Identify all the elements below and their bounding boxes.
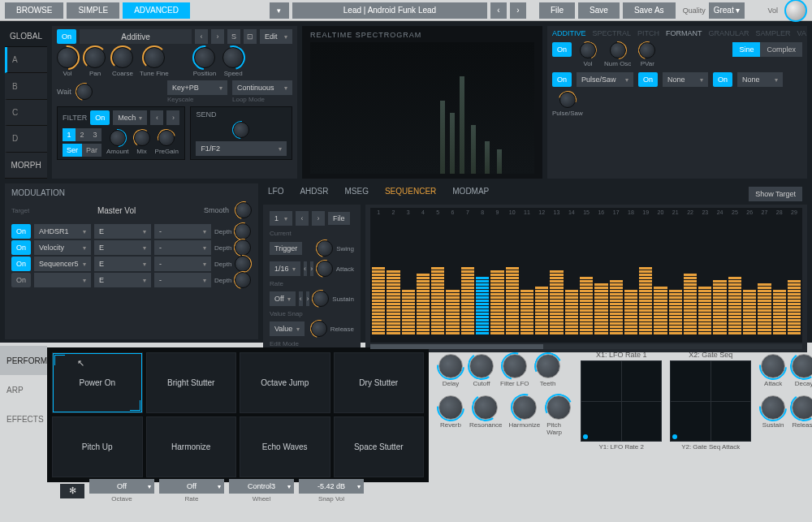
seq-step-7[interactable] (461, 245, 474, 334)
pad-5[interactable]: Harmonize (146, 416, 237, 477)
pad-0[interactable]: Power On↖ (52, 352, 143, 413)
seq-scrollbar[interactable] (370, 344, 802, 349)
layer-b-tab[interactable]: B (5, 73, 47, 99)
seq-step-9[interactable] (490, 245, 503, 334)
seq-step-27[interactable] (758, 245, 771, 334)
tab-effects[interactable]: EFFECTS (0, 404, 47, 434)
eng-vol-knob[interactable]: Vol (580, 42, 596, 67)
editmode-dd[interactable]: Value (270, 321, 304, 336)
seq-step-29[interactable] (788, 245, 801, 334)
filter-on[interactable]: On (90, 110, 110, 125)
seq-step-15[interactable] (580, 245, 593, 334)
eng-numosc-knob[interactable]: Num Osc (604, 42, 631, 67)
seq-step-23[interactable] (698, 245, 711, 334)
tab-modmap[interactable]: MODMAP (452, 187, 489, 201)
seq-num-prev[interactable]: ‹ (296, 211, 309, 226)
seq-step-4[interactable] (417, 245, 430, 334)
mod-target[interactable]: Master Vol (36, 206, 197, 215)
seq-step-6[interactable] (446, 245, 459, 334)
seq-step-14[interactable] (565, 245, 578, 334)
tab-additive[interactable]: ADDITIVE (552, 29, 586, 37)
pknob-Cutoff[interactable]: Cutoff (469, 354, 494, 387)
filter-mix-knob[interactable]: Mix (134, 130, 150, 155)
quality-select[interactable]: Great ▾ (709, 2, 745, 19)
mod-via-1[interactable]: - (154, 240, 211, 255)
pknob-Filter LFO[interactable]: Filter LFO (500, 354, 529, 387)
mod-via-3[interactable]: - (154, 273, 211, 287)
saveas-button[interactable]: Save As (623, 2, 676, 19)
part3-dd[interactable]: None (737, 72, 783, 87)
send-route[interactable]: F1/F2 (196, 141, 287, 156)
tab-arp[interactable]: ARP (0, 375, 47, 404)
seq-num-next[interactable]: › (312, 211, 325, 226)
swing-knob[interactable] (317, 240, 333, 257)
part2-on[interactable]: On (638, 72, 658, 87)
position-knob[interactable]: Position (193, 47, 216, 77)
seq-step-10[interactable] (506, 245, 519, 334)
preset-prev[interactable]: ‹ (490, 2, 507, 19)
seq-step-20[interactable] (654, 245, 667, 334)
tunefine-knob[interactable]: Tune Fine (140, 47, 169, 77)
filter-num-seg[interactable]: 1 2 3 (63, 128, 102, 141)
tab-granular[interactable]: GRANULAR (709, 29, 749, 37)
seq-step-28[interactable] (773, 245, 786, 334)
mod-depth-1[interactable] (235, 239, 251, 256)
seq-step-11[interactable] (520, 245, 533, 334)
tab-ahdsr[interactable]: AHDSR (300, 187, 328, 201)
seq-file[interactable]: File (328, 212, 350, 225)
pad-6[interactable]: Echo Waves (240, 416, 330, 477)
part3-on[interactable]: On (713, 72, 732, 87)
mod-src-3[interactable] (34, 273, 91, 287)
osc-next[interactable]: › (211, 29, 224, 44)
pknob-Sustain[interactable]: Sustain (761, 395, 785, 429)
octave-dd[interactable]: Off (89, 479, 154, 494)
vol-knob[interactable]: Vol (57, 47, 78, 77)
seq-step-5[interactable] (431, 245, 444, 334)
osc-solo[interactable]: S (227, 29, 240, 44)
seq-step-8[interactable] (476, 245, 489, 334)
tab-pitch[interactable]: PITCH (637, 29, 659, 37)
show-target-btn[interactable]: Show Target (749, 187, 802, 201)
mod-on-3[interactable]: On (11, 273, 31, 287)
loopmode-dd[interactable]: Continuous (232, 80, 292, 95)
pad-1[interactable]: Bright Stutter (146, 352, 237, 413)
mod-curve-3[interactable]: E (94, 273, 151, 287)
seq-step-1[interactable] (372, 245, 385, 334)
xy2[interactable]: X2: Gate Seq Y2: Gate Seq Attack (670, 351, 751, 522)
pad-3[interactable]: Dry Stutter (334, 352, 425, 413)
preset-name[interactable]: Lead | Android Funk Lead (292, 2, 487, 19)
mod-depth-0[interactable] (235, 223, 251, 239)
mod-depth-3[interactable] (235, 272, 251, 288)
tab-formant[interactable]: FORMANT (666, 29, 702, 37)
coarse-knob[interactable]: Coarse (112, 47, 133, 77)
speed-knob[interactable]: Speed (222, 47, 244, 77)
wave-toggle[interactable]: Sine Complex (732, 42, 802, 57)
seq-step-19[interactable] (639, 245, 652, 334)
pknob-Attack[interactable]: Attack (761, 354, 785, 387)
tab-lfo[interactable]: LFO (268, 187, 283, 201)
wait-knob[interactable] (76, 84, 93, 100)
send-knob[interactable] (233, 122, 249, 138)
master-vol-knob[interactable] (784, 0, 807, 22)
mod-src-2[interactable]: Sequencer5 (34, 257, 91, 271)
smooth-knob[interactable] (235, 202, 252, 218)
preset-next[interactable]: › (510, 2, 526, 19)
xy1[interactable]: X1: LFO Rate 1 Y1: LFO Rate 2 (581, 351, 662, 522)
part1-dd[interactable]: Pulse/Saw (577, 72, 633, 87)
pknob-Resonance[interactable]: Resonance (469, 395, 502, 436)
pknob-Harmonize[interactable]: Harmonize (508, 395, 540, 436)
rate-dd2[interactable]: Off (159, 479, 224, 494)
pknob-Teeth[interactable]: Teeth (536, 354, 560, 387)
layer-a-tab[interactable]: A (5, 47, 47, 73)
mod-on-0[interactable]: On (11, 224, 31, 239)
mod-via-0[interactable]: - (154, 224, 211, 239)
global-tab[interactable]: GLOBAL (5, 26, 47, 47)
filter-next[interactable]: › (166, 110, 179, 125)
mod-on-2[interactable]: On (11, 257, 31, 271)
pknob-Release[interactable]: Release (792, 395, 812, 429)
pknob-Delay[interactable]: Delay (438, 354, 463, 387)
save-button[interactable]: Save (578, 2, 620, 19)
attack-knob[interactable] (317, 261, 333, 277)
tab-sampler[interactable]: SAMPLER (756, 29, 791, 37)
morph-tab[interactable]: MORPH (5, 153, 47, 179)
